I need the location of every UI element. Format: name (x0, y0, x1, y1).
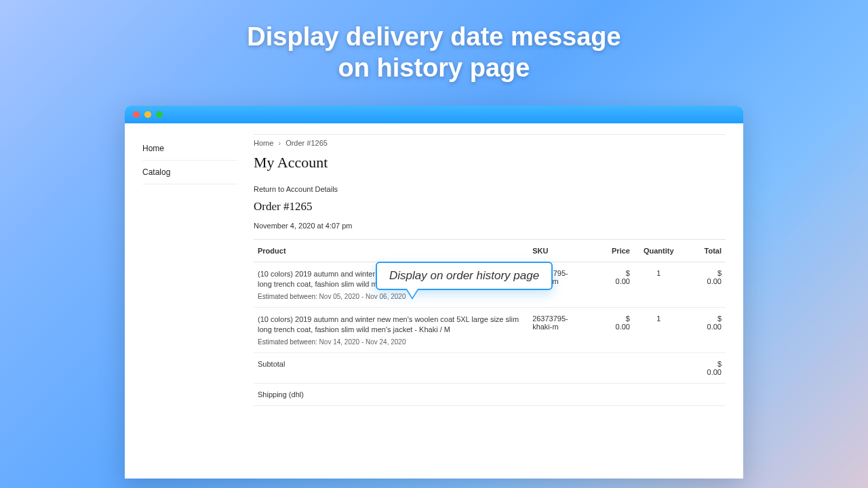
browser-window: Home Catalog Home › Order #1265 My Accou… (125, 106, 743, 479)
callout-tooltip: Display on order history page (376, 262, 553, 290)
estimated-delivery: Estimated between: Nov 05, 2020 - Nov 06… (258, 293, 524, 300)
window-titlebar (125, 106, 743, 123)
sidebar-item-home[interactable]: Home (142, 137, 237, 161)
promo-line1: Display delivery date message (247, 22, 620, 51)
breadcrumb: Home › Order #1265 (254, 139, 726, 147)
breadcrumb-home[interactable]: Home (254, 139, 273, 147)
th-quantity: Quantity (634, 240, 684, 262)
shipping-row: Shipping (dhl) (254, 383, 726, 405)
estimated-delivery: Estimated between: Nov 14, 2020 - Nov 24… (258, 338, 524, 346)
cell-qty: 1 (634, 262, 684, 308)
shipping-label: Shipping (dhl) (254, 383, 684, 405)
shipping-value (684, 383, 726, 405)
table-row: (10 colors) 2019 autumn and winter new m… (254, 307, 726, 352)
promo-headline: Display delivery date message on history… (0, 22, 868, 83)
subtotal-label: Subtotal (254, 352, 684, 383)
maximize-icon[interactable] (156, 111, 163, 118)
product-name[interactable]: (10 colors) 2019 autumn and winter new m… (258, 314, 524, 336)
return-link[interactable]: Return to Account Details (254, 185, 726, 193)
cell-price: $0.00 (592, 262, 634, 308)
promo-line2: on history page (338, 54, 530, 82)
order-date: November 4, 2020 at 4:07 pm (254, 222, 726, 230)
th-product: Product (254, 240, 528, 262)
callout-tail-icon (406, 289, 419, 300)
close-icon[interactable] (133, 111, 140, 118)
cell-qty: 1 (634, 307, 684, 352)
chevron-right-icon: › (278, 139, 281, 147)
cell-total: $0.00 (684, 307, 726, 352)
main-content: Home › Order #1265 My Account Return to … (237, 134, 726, 479)
page-title: My Account (254, 154, 726, 171)
subtotal-row: Subtotal $0.00 (254, 352, 726, 383)
minimize-icon[interactable] (144, 111, 151, 118)
cell-sku: 26373795-khaki-m (528, 307, 591, 352)
th-sku: SKU (528, 240, 591, 262)
callout-text: Display on order history page (389, 269, 539, 282)
sidebar: Home Catalog (142, 134, 237, 479)
order-title: Order #1265 (254, 200, 726, 214)
table-header-row: Product SKU Price Quantity Total (254, 240, 726, 262)
cell-price: $0.00 (592, 307, 634, 352)
breadcrumb-current: Order #1265 (285, 139, 328, 147)
th-price: Price (592, 240, 634, 262)
th-total: Total (684, 240, 726, 262)
sidebar-item-catalog[interactable]: Catalog (142, 161, 237, 184)
cell-total: $0.00 (684, 262, 726, 308)
subtotal-value: $0.00 (684, 352, 726, 383)
